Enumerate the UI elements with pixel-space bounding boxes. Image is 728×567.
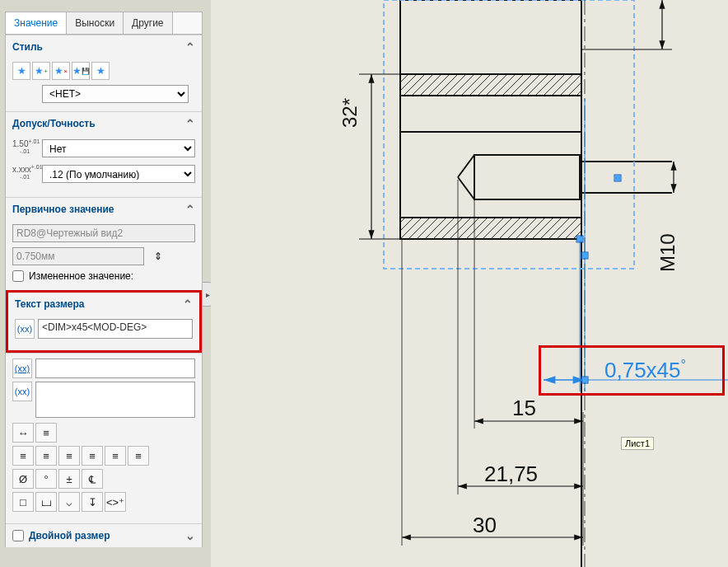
dimtext-below-input[interactable]	[35, 358, 195, 378]
tolerance-icon-1: 1.50+.01-.01	[12, 138, 37, 159]
section-dual: Двойной размер ⌄	[6, 523, 202, 547]
primary-name-field	[12, 224, 195, 242]
section-primary-title: Первичное значение	[12, 204, 114, 215]
degree-icon: °	[681, 358, 686, 372]
sym-alignleft-icon[interactable]: ↔	[12, 423, 34, 443]
section-tolerance-header[interactable]: Допуск/Точность ⌃	[6, 112, 202, 135]
chevron-up-icon: ⌃	[185, 40, 195, 54]
tabs: Значение Выноски Другие	[6, 12, 202, 35]
dim-chamfer-value: 0,75x45	[604, 358, 681, 382]
section-dual-header[interactable]: Двойной размер ⌄	[6, 524, 202, 547]
tab-leaders[interactable]: Выноски	[67, 12, 124, 34]
style-save-icon[interactable]: ★💾	[72, 62, 90, 80]
dim-handle[interactable]	[582, 253, 588, 259]
justify-center-icon[interactable]: ≡	[35, 446, 57, 466]
drawing-svg	[211, 0, 728, 567]
section-dimtext-title: Текст размера	[15, 298, 85, 310]
section-tolerance: Допуск/Точность ⌃ 1.50+.01-.01 Нет x.xxx…	[6, 111, 202, 197]
override-checkbox[interactable]	[12, 270, 24, 282]
justify-bot-icon[interactable]: ≡	[128, 446, 149, 466]
sym-countersink-icon[interactable]: ⌵	[58, 492, 80, 512]
dim-15: 15	[512, 396, 536, 421]
dimtext-input[interactable]: <DIM>x45<MOD-DEG>	[38, 319, 193, 339]
dim-m10: M10	[656, 233, 679, 272]
section-primary: Первичное значение ⌃ ⇕ Измененное значен…	[6, 197, 202, 290]
justify-mid-icon[interactable]: ≡	[105, 446, 126, 466]
section-style: Стиль ⌃ ★ ★+ ★× ★💾 ★ <НЕТ>	[6, 35, 202, 111]
dim-30: 30	[473, 513, 497, 538]
svg-rect-7	[474, 155, 580, 199]
style-load-icon[interactable]: ★	[91, 62, 110, 80]
svg-rect-6	[400, 218, 581, 239]
sym-square-icon[interactable]: □	[12, 492, 34, 512]
sym-counterbore-icon[interactable]: ⌴	[35, 492, 57, 512]
section-dual-title: Двойной размер	[29, 530, 110, 541]
sym-degree-icon[interactable]: °	[35, 469, 57, 489]
sym-diameter-icon[interactable]: Ø	[12, 469, 34, 489]
chevron-up-icon: ⌃	[183, 298, 193, 311]
section-dimtext-header[interactable]: Текст размера ⌃	[8, 293, 199, 316]
justify-left-icon[interactable]: ≡	[12, 446, 34, 466]
section-primary-header[interactable]: Первичное значение ⌃	[6, 198, 202, 221]
property-panel: Значение Выноски Другие Стиль ⌃ ★ ★+ ★× …	[5, 12, 203, 547]
style-icons: ★ ★+ ★× ★💾 ★	[12, 62, 195, 80]
dimtext-underline-icon[interactable]: (xx)	[12, 358, 32, 378]
tolerance-precision-select[interactable]: .12 (По умолчанию)	[42, 165, 195, 183]
dim-32: 32*	[338, 98, 362, 128]
primary-value-field	[12, 247, 144, 265]
justify-right-icon[interactable]: ≡	[58, 446, 80, 466]
sheet-tooltip: Лист1	[621, 437, 654, 450]
style-remove-icon[interactable]: ★×	[52, 62, 70, 80]
stepper-icon[interactable]: ⇕	[149, 247, 167, 265]
tolerance-icon-2: x.xxx+.01-.01	[12, 164, 37, 185]
section-dimtext-extra: (xx) (xx) ↔ ≡ ≡ ≡ ≡ ≡ ≡ ≡ Ø °	[6, 353, 202, 523]
justify-top-icon[interactable]: ≡	[82, 446, 103, 466]
override-label: Измененное значение:	[29, 270, 133, 282]
tolerance-type-select[interactable]: Нет	[42, 139, 195, 157]
dim-2175: 21,75	[484, 462, 538, 487]
dimtext-extra-input[interactable]	[35, 382, 195, 418]
sym-centerline-icon[interactable]: ℄	[82, 469, 103, 489]
chevron-up-icon: ⌃	[185, 203, 195, 216]
dim-handle[interactable]	[577, 237, 583, 242]
tab-value[interactable]: Значение	[6, 12, 67, 34]
sym-depth-icon[interactable]: ↧	[82, 492, 103, 512]
dimtext-center-icon[interactable]: (xx)	[12, 382, 32, 401]
svg-rect-5	[400, 74, 581, 96]
style-add-icon[interactable]: ★+	[32, 62, 50, 80]
chevron-down-icon: ⌄	[185, 529, 195, 542]
sym-alignjust-icon[interactable]: ≡	[35, 423, 57, 443]
sym-plusminus-icon[interactable]: ±	[58, 469, 80, 489]
style-favorite-icon[interactable]: ★	[12, 62, 30, 80]
sym-more-icon[interactable]: <>⁺	[105, 492, 126, 512]
section-dimtext: Текст размера ⌃ (xx) <DIM>x45<MOD-DEG>	[6, 290, 202, 353]
dim-handle[interactable]	[582, 377, 588, 383]
sel-handle[interactable]	[615, 176, 621, 181]
chevron-up-icon: ⌃	[185, 117, 195, 130]
dual-checkbox[interactable]	[12, 530, 24, 541]
drawing-canvas[interactable]: 32* ⌀20 M10 0,75x45° 15 21,75 30 Лист1	[211, 0, 728, 567]
section-style-header[interactable]: Стиль ⌃	[6, 35, 202, 59]
dimtext-prefix-icon[interactable]: (xx)	[15, 319, 35, 339]
style-select[interactable]: <НЕТ>	[42, 85, 189, 103]
dim-chamfer[interactable]: 0,75x45°	[604, 358, 686, 383]
svg-rect-0	[400, 0, 581, 74]
tab-other[interactable]: Другие	[124, 12, 172, 34]
section-tolerance-title: Допуск/Точность	[12, 118, 96, 129]
section-style-title: Стиль	[12, 41, 43, 53]
